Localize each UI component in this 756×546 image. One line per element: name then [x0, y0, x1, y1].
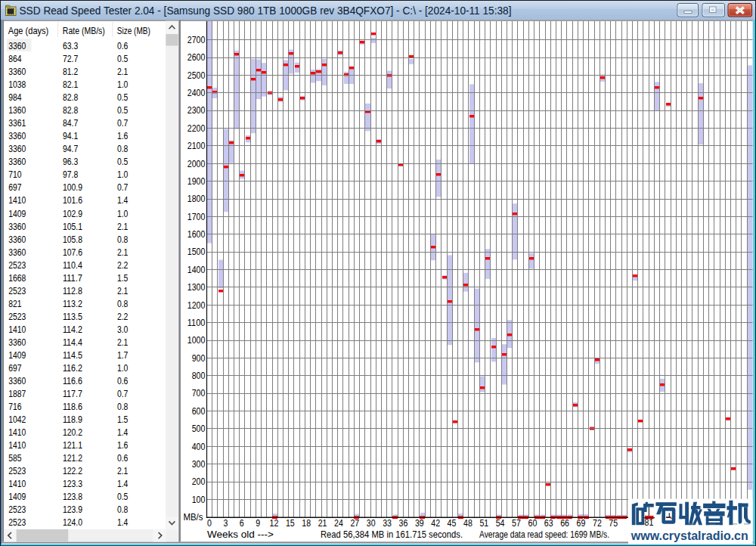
svg-text:3360: 3360: [8, 221, 26, 232]
svg-text:94.7: 94.7: [63, 143, 78, 154]
svg-text:1.6: 1.6: [117, 130, 129, 141]
svg-text:102.9: 102.9: [63, 208, 82, 219]
svg-text:0.5: 0.5: [117, 53, 129, 64]
svg-text:400: 400: [192, 442, 206, 452]
svg-text:118.9: 118.9: [63, 414, 82, 425]
svg-text:984: 984: [8, 92, 21, 103]
svg-text:0.7: 0.7: [117, 181, 129, 193]
svg-text:800: 800: [192, 371, 206, 381]
svg-text:94.1: 94.1: [63, 130, 78, 141]
svg-text:60: 60: [528, 518, 538, 529]
svg-text:96.3: 96.3: [63, 156, 78, 167]
svg-text:63: 63: [544, 518, 553, 529]
svg-text:97.8: 97.8: [63, 169, 78, 180]
svg-text:69: 69: [577, 518, 586, 529]
svg-text:2.2: 2.2: [117, 259, 129, 271]
svg-text:2523: 2523: [8, 259, 26, 271]
svg-text:84.7: 84.7: [63, 117, 78, 129]
svg-text:0.6: 0.6: [117, 40, 129, 51]
svg-text:18: 18: [302, 518, 311, 529]
svg-text:1900: 1900: [187, 176, 206, 187]
svg-text:112.8: 112.8: [63, 285, 82, 296]
svg-text:0.6: 0.6: [117, 375, 129, 386]
svg-text:3360: 3360: [8, 40, 26, 51]
svg-text:123.3: 123.3: [63, 478, 82, 489]
svg-text:1410: 1410: [8, 194, 26, 206]
svg-text:1200: 1200: [187, 300, 206, 311]
svg-text:0.8: 0.8: [117, 504, 129, 515]
svg-text:864: 864: [8, 53, 21, 64]
svg-text:www.crystalradio.cn: www.crystalradio.cn: [631, 529, 748, 543]
svg-text:116.6: 116.6: [63, 375, 82, 386]
svg-text:0: 0: [207, 518, 212, 529]
svg-text:24: 24: [334, 518, 343, 529]
svg-text:0.8: 0.8: [117, 143, 129, 154]
svg-text:3.0: 3.0: [117, 324, 129, 335]
svg-text:1.5: 1.5: [117, 414, 129, 425]
svg-text:1038: 1038: [8, 79, 26, 90]
svg-text:1.4: 1.4: [117, 194, 129, 206]
svg-text:2.1: 2.1: [117, 337, 129, 348]
svg-text:1.4: 1.4: [117, 517, 129, 528]
svg-text:100: 100: [192, 495, 206, 505]
svg-text:51: 51: [479, 518, 488, 529]
svg-text:3360: 3360: [8, 66, 26, 77]
svg-text:113.5: 113.5: [63, 311, 82, 322]
svg-text:2300: 2300: [187, 105, 206, 116]
svg-text:114.2: 114.2: [63, 324, 82, 335]
svg-text:Size (MB): Size (MB): [117, 25, 150, 36]
svg-text:716: 716: [8, 401, 21, 412]
svg-text:697: 697: [8, 362, 21, 374]
svg-text:3: 3: [223, 518, 228, 529]
svg-text:Rate (MB/s): Rate (MB/s): [63, 25, 105, 36]
svg-text:3360: 3360: [8, 375, 26, 386]
svg-text:1.6: 1.6: [117, 439, 129, 451]
svg-text:123.8: 123.8: [63, 491, 82, 502]
svg-text:9: 9: [256, 518, 260, 529]
svg-text:107.6: 107.6: [63, 247, 82, 258]
svg-text:45: 45: [448, 518, 457, 529]
svg-text:Average data read speed: 1699: Average data read speed: 1699 MB/s.: [479, 529, 609, 540]
svg-text:1500: 1500: [187, 247, 206, 257]
svg-text:1400: 1400: [187, 265, 206, 275]
svg-text:82.8: 82.8: [63, 92, 78, 103]
svg-text:3360: 3360: [8, 143, 26, 154]
svg-text:1410: 1410: [8, 478, 26, 489]
svg-text:81.2: 81.2: [63, 66, 78, 77]
svg-text:36: 36: [399, 518, 408, 529]
svg-text:3360: 3360: [8, 234, 26, 245]
svg-text:72: 72: [593, 518, 602, 529]
svg-text:27: 27: [350, 518, 359, 529]
svg-text:118.6: 118.6: [63, 401, 82, 412]
svg-text:0.5: 0.5: [117, 156, 129, 167]
svg-text:1409: 1409: [8, 349, 26, 361]
svg-text:2.1: 2.1: [117, 465, 129, 476]
svg-text:1.0: 1.0: [117, 79, 129, 90]
svg-text:710: 710: [8, 169, 21, 180]
svg-text:66: 66: [560, 518, 569, 529]
svg-text:1.7: 1.7: [117, 349, 129, 361]
svg-text:2400: 2400: [187, 88, 206, 98]
svg-text:821: 821: [8, 298, 21, 309]
svg-text:1410: 1410: [8, 324, 26, 335]
svg-text:0.5: 0.5: [117, 491, 129, 502]
svg-text:2.2: 2.2: [117, 311, 129, 322]
svg-text:0.5: 0.5: [117, 92, 129, 103]
svg-text:300: 300: [192, 459, 206, 470]
svg-text:2523: 2523: [8, 504, 26, 515]
svg-text:1.4: 1.4: [117, 427, 129, 438]
svg-text:0.6: 0.6: [117, 452, 129, 464]
svg-text:123.9: 123.9: [63, 504, 82, 515]
svg-text:1000: 1000: [187, 335, 206, 346]
svg-text:1.5: 1.5: [117, 272, 129, 284]
svg-text:3360: 3360: [8, 337, 26, 348]
svg-text:42: 42: [431, 518, 440, 529]
svg-text:3360: 3360: [8, 156, 26, 167]
svg-text:2000: 2000: [187, 159, 206, 169]
svg-text:0.7: 0.7: [117, 388, 129, 399]
svg-text:100.9: 100.9: [63, 181, 82, 193]
svg-text:124.0: 124.0: [63, 517, 82, 528]
svg-text:48: 48: [463, 518, 472, 529]
svg-text:81: 81: [645, 517, 654, 528]
svg-text:30: 30: [367, 518, 376, 529]
